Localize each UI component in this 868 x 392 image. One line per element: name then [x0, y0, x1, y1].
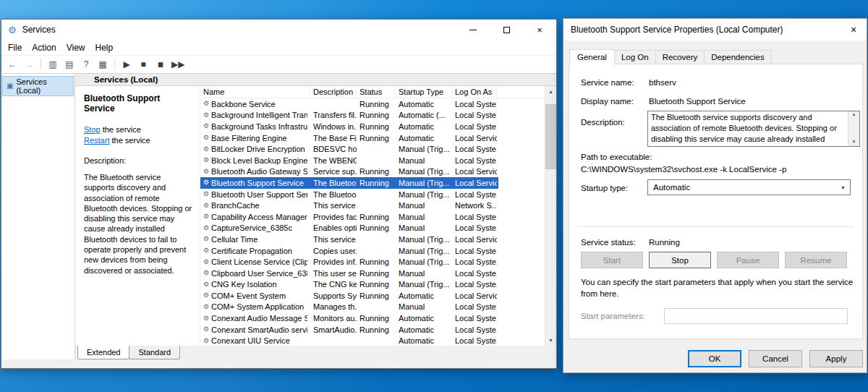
minimize-button[interactable]	[456, 20, 490, 40]
stop-service-suffix: the service	[101, 125, 141, 134]
export-list-icon[interactable]: ▤	[64, 60, 75, 69]
forward-icon[interactable]: →	[24, 60, 34, 69]
menu-file[interactable]: File	[3, 41, 27, 54]
tab-log-on[interactable]: Log On	[614, 50, 656, 64]
service-logon-cell: Local Syste...	[452, 190, 497, 199]
column-header-status[interactable]: Status	[357, 86, 396, 98]
service-row[interactable]: ⚙Background Intelligent Tran... Transfer…	[200, 110, 498, 122]
restart-service-icon[interactable]: ▶▶	[171, 60, 184, 69]
service-description-cell: Service sup...	[310, 167, 357, 176]
ok-button[interactable]: OK	[688, 350, 741, 367]
list-scrollbar[interactable]: ▲ ▼	[545, 86, 556, 346]
stop-service-icon[interactable]: ■	[138, 60, 148, 69]
service-row[interactable]: ⚙CNG Key Isolation The CNG ke... Running…	[200, 279, 498, 291]
service-row[interactable]: ⚙Cellular Time This service... Manual (T…	[200, 234, 498, 245]
description-textbox[interactable]: The Bluetooth service supports discovery…	[647, 111, 860, 147]
service-row[interactable]: ⚙Background Tasks Infrastruc... Windows …	[200, 121, 498, 132]
show-console-tree-icon[interactable]: ▥	[48, 60, 58, 69]
stop-service-link[interactable]: Stop	[84, 125, 101, 134]
scroll-down-icon[interactable]: ▼	[852, 139, 856, 146]
service-row[interactable]: ⚙Client License Service (ClipS... Provid…	[200, 256, 498, 268]
scrollbar-thumb[interactable]	[545, 104, 556, 169]
service-status-cell: Running	[357, 314, 396, 323]
service-row[interactable]: ⚙COM+ System Application Manages th... M…	[200, 302, 498, 313]
tree-item-services-local[interactable]: ▣ Services (Local)	[2, 76, 74, 96]
service-logon-cell: Local Syste...	[452, 336, 497, 345]
service-name-cell: ⚙Conexant UIU Service	[200, 336, 310, 345]
service-row[interactable]: ⚙Certificate Propagation Copies user... …	[200, 245, 498, 257]
dialog-close-button[interactable]: ×	[841, 19, 867, 41]
service-name-cell: ⚙Client License Service (ClipS...	[200, 257, 310, 266]
service-row[interactable]: ⚙Block Level Backup Engine ... The WBENG…	[200, 155, 498, 166]
apply-button[interactable]: Apply	[809, 350, 863, 367]
service-startup-cell: Manual (Trig...	[396, 247, 452, 255]
back-icon[interactable]: ←	[7, 60, 17, 69]
scroll-up-icon[interactable]: ▲	[852, 111, 856, 119]
cancel-button[interactable]: Cancel	[749, 350, 802, 367]
close-button[interactable]: ×	[523, 20, 556, 40]
general-tab-page: Service name: bthserv Display name: Blue…	[569, 64, 863, 339]
column-header-name[interactable]: Name	[200, 86, 310, 98]
tab-recovery[interactable]: Recovery	[655, 50, 705, 64]
service-status-value: Running	[649, 238, 680, 247]
service-row[interactable]: ⚙Base Filtering Engine The Base Fil... R…	[200, 132, 498, 144]
services-list: Name Description Status Startup Type Log…	[200, 86, 545, 346]
console-root-icon: ▣	[7, 82, 13, 90]
service-gear-icon: ⚙	[203, 281, 209, 288]
service-row[interactable]: ⚙Bluetooth Audio Gateway S... Service su…	[200, 166, 498, 178]
service-gear-icon: ⚙	[203, 169, 209, 175]
restart-service-link[interactable]: Restart	[84, 136, 109, 145]
column-header-log-on-as[interactable]: Log On As	[452, 86, 497, 98]
scrollbar-down-icon[interactable]: ▼	[545, 335, 556, 346]
service-row[interactable]: ⚙BranchCache This service... Manual Netw…	[200, 200, 498, 211]
menu-action[interactable]: Action	[27, 41, 61, 54]
scrollbar-up-icon[interactable]: ▲	[545, 86, 556, 97]
service-row[interactable]: ⚙Clipboard User Service_6385c This user …	[200, 268, 498, 279]
service-startup-cell: Manual (Trig...	[396, 145, 452, 153]
service-gear-icon: ⚙	[203, 225, 209, 231]
service-name-cell: ⚙CNG Key Isolation	[200, 280, 310, 289]
service-row[interactable]: ⚙COM+ Event System Supports Sy... Runnin…	[200, 290, 498, 302]
service-startup-cell: Manual	[396, 223, 452, 232]
service-logon-cell: Local Syste...	[452, 325, 497, 334]
tab-standard[interactable]: Standard	[129, 346, 180, 359]
service-row[interactable]: ⚙Bluetooth Support Service The Bluetoo..…	[200, 177, 498, 189]
maximize-button[interactable]	[490, 20, 523, 40]
properties-icon[interactable]: ▦	[98, 60, 108, 69]
service-name-cell: ⚙Background Intelligent Tran...	[200, 111, 310, 119]
column-header-description[interactable]: Description	[310, 86, 357, 98]
menu-view[interactable]: View	[61, 41, 90, 54]
pause-service-icon[interactable]: ▮▮	[155, 61, 165, 68]
service-startup-cell: Automatic	[396, 291, 452, 300]
tab-dependencies[interactable]: Dependencies	[704, 50, 772, 64]
close-icon: ×	[537, 25, 542, 35]
scrollbar-track[interactable]	[545, 97, 556, 335]
service-row[interactable]: ⚙Bluetooth User Support Ser... The Bluet…	[200, 189, 498, 200]
service-description-cell: Transfers fil...	[310, 111, 357, 119]
menu-help[interactable]: Help	[90, 41, 119, 54]
tab-extended[interactable]: Extended	[77, 346, 129, 359]
column-header-startup-type[interactable]: Startup Type	[396, 86, 452, 98]
service-name-cell: ⚙COM+ Event System	[200, 291, 310, 300]
service-gear-icon: ⚙	[203, 146, 209, 153]
service-status-label: Service status:	[581, 238, 635, 247]
service-row[interactable]: ⚙Conexant UIU Service Automatic Local Sy…	[200, 335, 498, 346]
service-row[interactable]: ⚙Conexant SmartAudio service SmartAudio.…	[200, 324, 498, 336]
tab-general[interactable]: General	[569, 49, 615, 65]
service-description-cell: The Base Fil...	[310, 134, 357, 142]
view-tabstrip: Extended Standard	[75, 346, 556, 359]
service-startup-cell: Automatic	[396, 314, 452, 323]
help-icon[interactable]: ?	[81, 60, 91, 69]
start-parameters-label: Start parameters:	[581, 312, 645, 320]
service-row[interactable]: ⚙CaptureService_6385c Enables opti... Ru…	[200, 223, 498, 234]
service-gear-icon: ⚙	[203, 326, 209, 333]
service-row[interactable]: ⚙Backbone Service Running Automatic Loca…	[200, 98, 498, 110]
description-scrollbar[interactable]: ▲ ▼	[848, 111, 859, 146]
start-service-icon[interactable]: ▶	[122, 60, 132, 69]
service-gear-icon: ⚙	[203, 101, 209, 107]
service-row[interactable]: ⚙BitLocker Drive Encryption ... BDESVC h…	[200, 143, 498, 155]
startup-type-select[interactable]: Automatic ▾	[647, 179, 851, 195]
service-row[interactable]: ⚙Capability Access Manager ... Provides …	[200, 211, 498, 223]
service-row[interactable]: ⚙Conexant Audio Message S... Monitors au…	[200, 312, 498, 324]
stop-button[interactable]: Stop	[649, 252, 711, 268]
